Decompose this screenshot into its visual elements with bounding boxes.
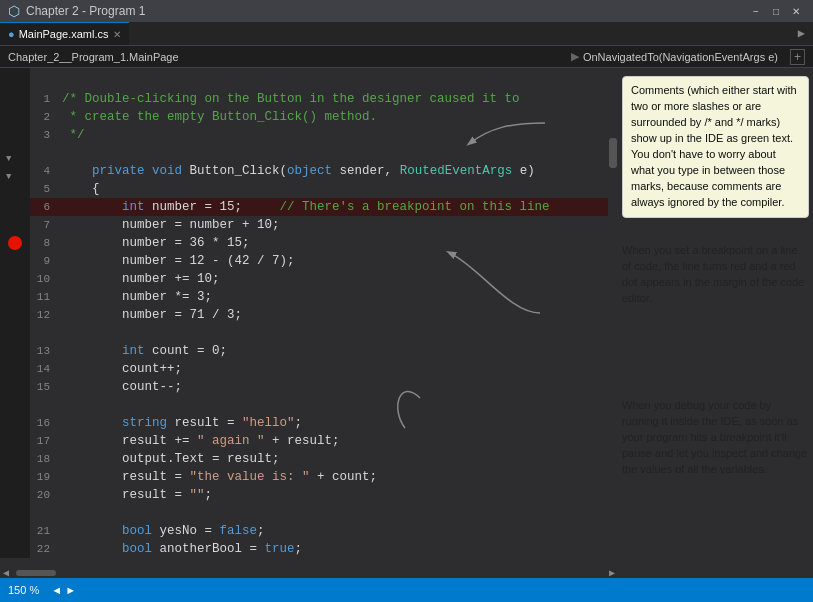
line-content: string result = "hello";	[58, 414, 618, 432]
code-line: 5 {	[30, 180, 618, 198]
line-content: {	[58, 180, 618, 198]
line-content	[58, 396, 618, 414]
collapse-btn-2[interactable]: ▼	[6, 172, 11, 182]
line-content: result += " again " + result;	[58, 432, 618, 450]
code-line	[30, 324, 618, 342]
line-number: 13	[30, 342, 58, 360]
line-number: 7	[30, 216, 58, 234]
plain-token: output.Text = result;	[62, 452, 280, 466]
plain-token: ;	[295, 542, 303, 556]
scrollbar-h-thumb[interactable]	[16, 570, 56, 576]
line-number: 16	[30, 414, 58, 432]
horizontal-scrollbar[interactable]: ◀ ▶	[0, 568, 618, 578]
code-line: 12 number = 71 / 3;	[30, 306, 618, 324]
breakpoint-dot[interactable]	[8, 236, 22, 250]
code-line	[30, 396, 618, 414]
line-number: 1	[30, 90, 58, 108]
line-content: bool yesNo = false;	[58, 522, 618, 540]
tab-bar: ● MainPage.xaml.cs ✕ ▶	[0, 22, 813, 46]
code-line: 14 count++;	[30, 360, 618, 378]
comment-token: */	[62, 128, 85, 142]
line-number: 11	[30, 288, 58, 306]
line-content: */	[58, 126, 618, 144]
breadcrumb-separator: ▶	[571, 50, 579, 63]
line-number: 17	[30, 432, 58, 450]
code-editor[interactable]: 1/* Double-clicking on the Button in the…	[30, 68, 618, 558]
line-content: * create the empty Button_Click() method…	[58, 108, 618, 126]
breadcrumb-add-icon[interactable]: +	[790, 49, 805, 65]
kw-token: private	[92, 164, 145, 178]
code-line: 16 string result = "hello";	[30, 414, 618, 432]
code-line	[30, 504, 618, 522]
str-token: "hello"	[242, 416, 295, 430]
line-content: output.Text = result;	[58, 450, 618, 468]
line-content: result = "the value is: " + count;	[58, 468, 618, 486]
tab-filename: MainPage.xaml.cs	[19, 28, 109, 40]
line-content: /* Double-clicking on the Button in the …	[58, 90, 618, 108]
comment-annotation-text: Comments (which either start with two or…	[631, 84, 797, 208]
window-controls: − □ ✕	[747, 2, 805, 20]
breakpoint-annotation: When you set a breakpoint on a line of c…	[622, 243, 809, 307]
kw-token: void	[152, 164, 182, 178]
line-content	[58, 504, 618, 522]
plain-token: yesNo =	[152, 524, 220, 538]
annotation-panel: Comments (which either start with two or…	[618, 68, 813, 558]
plain-token	[62, 200, 122, 214]
code-line: 15 count--;	[30, 378, 618, 396]
collapse-btn-1[interactable]: ▼	[6, 154, 11, 164]
tab-label: ●	[8, 28, 15, 40]
line-number: 3	[30, 126, 58, 144]
close-button[interactable]: ✕	[787, 2, 805, 20]
plain-token: number = number + 10;	[62, 218, 280, 232]
line-number: 6	[30, 198, 58, 216]
comment-token: // There's a breakpoint on this line	[280, 200, 550, 214]
plain-token: number = 12 - (42 / 7);	[62, 254, 295, 268]
breadcrumb-bar: Chapter_2__Program_1.MainPage ▶ OnNaviga…	[0, 46, 813, 68]
code-line: 8 number = 36 * 15;	[30, 234, 618, 252]
code-line: 1/* Double-clicking on the Button in the…	[30, 90, 618, 108]
line-content: int number = 15; // There's a breakpoint…	[58, 198, 618, 216]
plain-token: number += 10;	[62, 272, 220, 286]
plain-token: number = 71 / 3;	[62, 308, 242, 322]
zoom-level: 150 %	[8, 584, 39, 596]
title-text: Chapter 2 - Program 1	[26, 4, 145, 18]
kw-token: true	[265, 542, 295, 556]
line-number: 9	[30, 252, 58, 270]
tab-mainpage[interactable]: ● MainPage.xaml.cs ✕	[0, 22, 129, 45]
line-content: number = 36 * 15;	[58, 234, 618, 252]
line-number: 15	[30, 378, 58, 396]
plain-token	[62, 524, 122, 538]
line-content: private void Button_Click(object sender,…	[58, 162, 618, 180]
plain-token: ;	[257, 524, 265, 538]
tab-close-icon[interactable]: ✕	[113, 29, 121, 40]
vertical-scrollbar[interactable]	[608, 136, 618, 524]
code-line: 6 int number = 15; // There's a breakpoi…	[30, 198, 618, 216]
line-number: 5	[30, 180, 58, 198]
breakpoint-annotation-text: When you set a breakpoint on a line of c…	[622, 244, 804, 304]
scrollbar-thumb[interactable]	[609, 138, 617, 168]
comment-annotation: Comments (which either start with two or…	[622, 76, 809, 218]
status-bar: 150 % ◄ ►	[0, 578, 813, 602]
maximize-button[interactable]: □	[767, 2, 785, 20]
line-content	[58, 144, 618, 162]
code-line: 18 output.Text = result;	[30, 450, 618, 468]
code-line: 17 result += " again " + result;	[30, 432, 618, 450]
editor-gutter: ▼ ▼	[0, 68, 30, 558]
plain-token: count++;	[62, 362, 182, 376]
plain-token: count--;	[62, 380, 182, 394]
comment-token: * create the empty Button_Click() method…	[62, 110, 377, 124]
line-number: 18	[30, 450, 58, 468]
plain-token: result =	[62, 470, 190, 484]
code-line: 7 number = number + 10;	[30, 216, 618, 234]
code-line: 3 */	[30, 126, 618, 144]
plain-token: number *= 3;	[62, 290, 212, 304]
line-number: 22	[30, 540, 58, 558]
code-line: 11 number *= 3;	[30, 288, 618, 306]
minimize-button[interactable]: −	[747, 2, 765, 20]
code-line: 21 bool yesNo = false;	[30, 522, 618, 540]
code-line	[30, 144, 618, 162]
line-number: 10	[30, 270, 58, 288]
breadcrumb-left: Chapter_2__Program_1.MainPage	[8, 51, 179, 63]
scroll-arrows[interactable]: ◄ ►	[51, 584, 76, 596]
scroll-right-icon[interactable]: ▶	[798, 26, 805, 41]
